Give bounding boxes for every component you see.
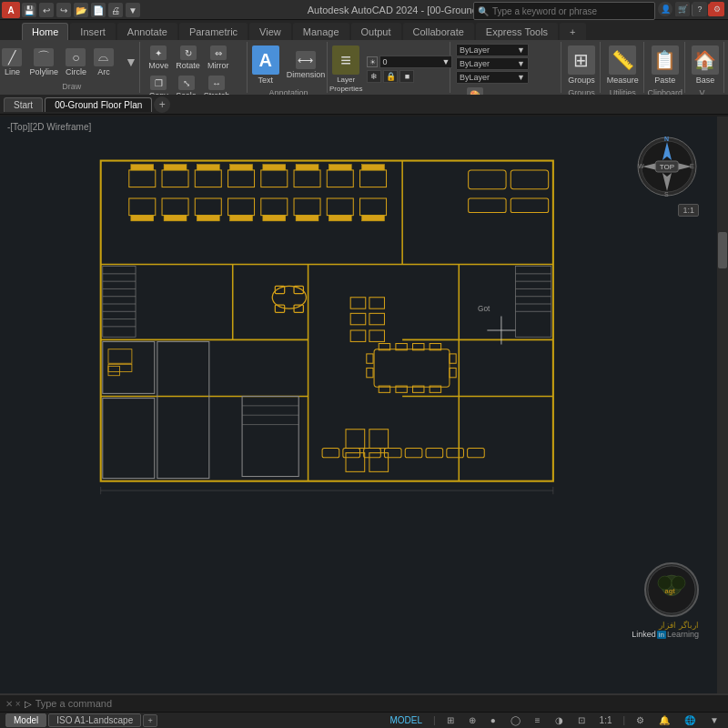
tab-add-button[interactable]: + xyxy=(143,714,157,727)
props-items: ByLayer ▼ ByLayer ▼ ByLayer ▼ 🎨 Match Pr… xyxy=(456,44,557,95)
notification-bell[interactable]: 🔔 xyxy=(655,715,673,725)
group-groups: ⊞ Groups Groups xyxy=(563,42,601,93)
svg-rect-30 xyxy=(261,198,288,216)
qa-settings[interactable]: ▼ xyxy=(126,3,140,17)
scrollbar-right[interactable] xyxy=(717,116,728,693)
btn-base[interactable]: 🏠 Base xyxy=(689,44,722,86)
polyline-icon: ⌒ xyxy=(34,48,54,66)
settings-icon[interactable]: ⚙ xyxy=(710,2,724,16)
navigation-compass[interactable]: N S W E TOP xyxy=(635,135,699,198)
layer-dropdown[interactable]: 0 ▼ xyxy=(379,56,452,68)
drawing-area[interactable]: -[Top][2D Wireframe] xyxy=(0,116,717,693)
tab-paper[interactable]: ISO A1-Landscape xyxy=(48,713,141,727)
btn-mirror[interactable]: ⇔ Mirror xyxy=(205,44,232,72)
layer-controls: ☀ 0 ▼ ❄ 🔒 ■ xyxy=(367,56,452,83)
arc-icon: ⌓ xyxy=(94,48,114,66)
qa-save[interactable]: 💾 xyxy=(22,3,36,17)
svg-rect-88 xyxy=(369,453,389,472)
tab-view[interactable]: View xyxy=(249,23,291,40)
ortho[interactable]: ⊕ xyxy=(465,715,480,725)
cart-icon[interactable]: 🛒 xyxy=(675,2,690,16)
workspace-settings[interactable]: ⚙ xyxy=(632,715,648,725)
btn-stretch[interactable]: ↔ Stretch xyxy=(201,74,233,95)
search-bar[interactable]: 🔍 Type a keyword or phrase xyxy=(473,2,655,20)
tab-more[interactable]: + xyxy=(560,23,585,40)
color-swatch[interactable]: ■ xyxy=(399,70,414,83)
btn-scale[interactable]: ⤡ Scale xyxy=(173,74,199,95)
svg-rect-57 xyxy=(350,313,366,324)
qa-undo[interactable]: ↩ xyxy=(39,3,54,17)
tab-ground-floor[interactable]: 00-Ground Floor Plan xyxy=(45,97,152,112)
svg-rect-42 xyxy=(469,170,506,189)
tab-output[interactable]: Output xyxy=(351,23,401,40)
customize-status[interactable]: ▼ xyxy=(706,715,723,725)
tab-parametric[interactable]: Parametric xyxy=(179,23,248,40)
btn-dimension[interactable]: ⟷ Dimension xyxy=(284,49,329,81)
lineweight-dropdown[interactable]: ByLayer ▼ xyxy=(456,57,529,70)
command-input-field[interactable] xyxy=(35,698,723,709)
lineweight[interactable]: ≡ xyxy=(531,715,544,725)
tab-start[interactable]: Start xyxy=(4,97,43,112)
btn-rotate[interactable]: ↻ Rotate xyxy=(173,44,203,72)
layer-toggle[interactable]: ☀ xyxy=(367,56,378,67)
qa-open[interactable]: 📂 xyxy=(74,3,88,17)
btn-paste[interactable]: 📋 Paste xyxy=(649,44,682,86)
lock-icon[interactable]: 🔒 xyxy=(383,70,398,83)
mirror-icon: ⇔ xyxy=(210,46,227,60)
btn-match-props[interactable]: 🎨 Match Properties xyxy=(456,86,494,95)
btn-circle[interactable]: ○ Circle xyxy=(63,46,89,78)
model-indicator[interactable]: MODEL xyxy=(387,715,427,725)
user-area: 👤 🛒 ? ⚙ xyxy=(658,2,724,16)
btn-measure[interactable]: 📏 Measure xyxy=(604,44,642,86)
qa-new[interactable]: 📄 xyxy=(91,3,106,17)
svg-rect-68 xyxy=(157,341,209,478)
svg-rect-60 xyxy=(369,330,385,341)
text-icon: A xyxy=(252,46,279,75)
top-view-button[interactable]: TOP xyxy=(655,161,679,173)
btn-group[interactable]: ⊞ Groups xyxy=(565,44,598,86)
status-bar: Model ISO A1-Landscape + MODEL | ⊞ ⊕ ● ◯… xyxy=(0,712,728,728)
tab-manage[interactable]: Manage xyxy=(293,23,349,40)
btn-line[interactable]: ╱ Line xyxy=(0,46,25,78)
zoom-indicator[interactable]: 1:1 xyxy=(678,204,699,217)
svg-rect-32 xyxy=(327,198,353,216)
btn-draw-expand[interactable]: ▼ xyxy=(118,53,144,71)
transparency[interactable]: ◑ xyxy=(551,715,567,725)
ribbon-content: ╱ Line ⌒ Polyline ○ Circle ⌓ Arc ▼ Draw … xyxy=(0,40,728,95)
selection[interactable]: ⊡ xyxy=(574,715,589,725)
tab-expresstools[interactable]: Express Tools xyxy=(476,23,558,40)
btn-move[interactable]: ✦ Move xyxy=(146,44,171,72)
command-icons: ✕ × xyxy=(5,699,21,709)
tab-annotate[interactable]: Annotate xyxy=(117,23,177,40)
tab-add[interactable]: + xyxy=(154,96,170,113)
qa-redo[interactable]: ↪ xyxy=(56,3,71,17)
scrollbar-thumb[interactable] xyxy=(718,232,727,268)
osnap[interactable]: ◯ xyxy=(507,715,524,725)
user-icon[interactable]: 👤 xyxy=(658,2,672,16)
btn-layer-props[interactable]: ≡ Layer Properties xyxy=(327,44,365,95)
tab-insert[interactable]: Insert xyxy=(70,23,116,40)
qa-plot[interactable]: 🖨 xyxy=(108,3,123,17)
polar[interactable]: ● xyxy=(487,715,500,725)
watermark-circle: agt xyxy=(644,562,699,617)
color-dropdown[interactable]: ByLayer ▼ xyxy=(456,71,529,84)
tab-model[interactable]: Model xyxy=(5,713,46,727)
freeze-icon[interactable]: ❄ xyxy=(367,70,381,83)
autocad-logo[interactable]: A xyxy=(2,2,20,18)
btn-arc[interactable]: ⌓ Arc xyxy=(91,46,116,78)
svg-rect-84 xyxy=(450,368,456,377)
autodesk-online[interactable]: 🌐 xyxy=(681,715,699,725)
btn-copy[interactable]: ❐ Copy xyxy=(146,74,171,95)
linkedin-badge: Linkedin Learning xyxy=(632,630,699,639)
tab-home[interactable]: Home xyxy=(22,23,68,40)
svg-rect-24 xyxy=(329,165,351,170)
grid-snap[interactable]: ⊞ xyxy=(443,715,458,725)
help-icon[interactable]: ? xyxy=(693,2,707,16)
btn-text[interactable]: A Text xyxy=(249,44,282,86)
tab-collaborate[interactable]: Collaborate xyxy=(403,23,474,40)
viewport-label: -[Top][2D Wireframe] xyxy=(7,122,91,132)
linetype-dropdown[interactable]: ByLayer ▼ xyxy=(456,44,529,56)
group-icon: ⊞ xyxy=(568,46,595,75)
annotation-scale[interactable]: 1:1 xyxy=(596,715,616,725)
btn-polyline[interactable]: ⌒ Polyline xyxy=(26,46,61,78)
